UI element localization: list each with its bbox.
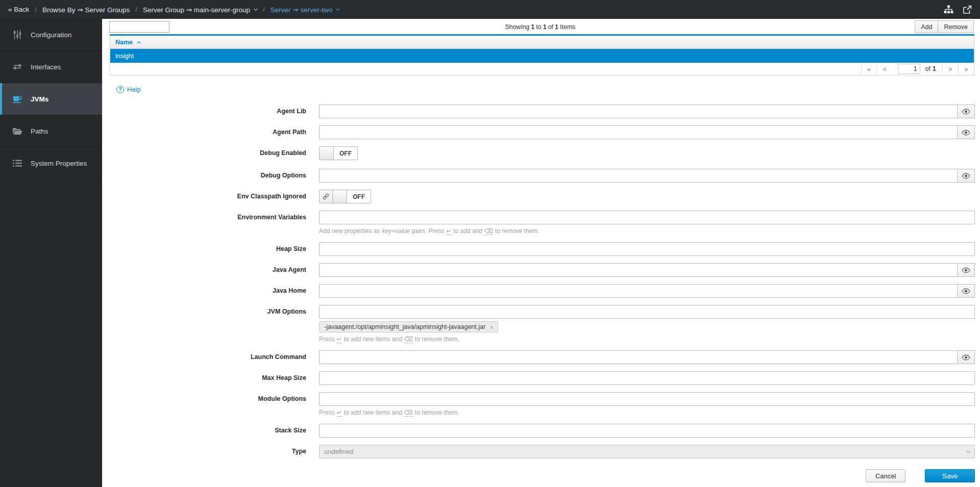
sliders-icon [12,30,23,39]
chevron-down-icon [966,449,970,453]
form-row-jvm-options: JVM Options -javaagent:/opt/apminsight_j… [102,305,975,343]
form-row-env-classpath-ignored: Env Classpath Ignored OFF [102,190,975,203]
breadcrumb-separator: / [263,6,265,13]
field-label: Agent Lib [102,105,319,115]
help-link[interactable]: ? Help [116,86,141,93]
breadcrumb-separator: / [35,6,37,13]
sidebar-item-paths[interactable]: Paths [0,115,102,147]
page-number-input[interactable] [898,64,920,74]
add-button[interactable]: Add [915,20,938,33]
eye-icon[interactable] [957,284,975,298]
java-agent-input[interactable] [319,263,957,277]
topnav-icons [944,5,972,14]
column-header-name[interactable]: Name [115,39,133,46]
main-content: Showing1to1of1Items Add Remove Name insi… [102,19,980,487]
eye-icon[interactable] [957,105,975,118]
breadcrumb-server[interactable]: Server ⇒ server-two [271,6,340,14]
enter-key-icon: ↵ [337,409,342,417]
save-button[interactable]: Save [925,469,975,482]
field-label: Stack Size [102,424,319,434]
remove-button[interactable]: Remove [938,20,974,33]
table-header-row: Name [110,36,974,49]
agent-path-input[interactable] [319,125,957,139]
debug-options-input[interactable] [319,169,957,183]
java-home-input[interactable] [319,284,957,298]
sidebar-item-system-properties[interactable]: System Properties [0,147,102,180]
table-actions: Add Remove [915,20,974,33]
breadcrumb-browse-by[interactable]: Browse By ⇒ Server Groups [42,6,130,14]
top-navigation-bar: « Back / Browse By ⇒ Server Groups / Ser… [0,0,980,19]
jvm-table: Name insight « < of1 > » [110,34,974,75]
field-helper-text: Press↵to add new items and⌫to remove the… [319,409,975,417]
cancel-button[interactable]: Cancel [866,469,905,482]
link-icon[interactable] [320,190,333,203]
type-select[interactable]: undefined [319,445,975,458]
heap-size-input[interactable] [319,242,975,256]
breadcrumb-server-group[interactable]: Server Group ⇒ main-server-group [143,6,257,14]
table-row[interactable]: insight [110,49,974,63]
field-label: Java Home [102,284,319,294]
toggle-state-label: OFF [334,147,357,160]
jvm-options-input[interactable] [319,305,975,319]
field-label: Launch Command [102,350,319,361]
topology-icon[interactable] [944,5,953,14]
tag-remove-icon[interactable]: x [490,324,493,330]
backspace-key-icon: ⌫ [484,227,493,235]
form-row-java-agent: Java Agent [102,263,975,277]
sidebar-item-label: JVMs [31,95,48,103]
chevron-down-icon [254,7,258,11]
env-classpath-ignored-toggle[interactable]: OFF [319,190,371,203]
form-row-stack-size: Stack Size [102,424,975,438]
max-heap-size-input[interactable] [319,371,975,385]
sidebar-item-jvms[interactable]: JVMs [0,83,102,115]
pagination-row: « < of1 > » [110,63,974,75]
sidebar-item-interfaces[interactable]: Interfaces [0,51,102,83]
breadcrumb-separator: / [135,6,137,13]
form-row-debug-options: Debug Options [102,169,975,183]
field-helper-text: Add new properties askey=valuepairs. Pre… [319,227,975,235]
chevron-down-icon [336,7,340,11]
sidebar-item-configuration[interactable]: Configuration [0,19,102,51]
last-page-button[interactable]: » [958,63,974,75]
eye-icon[interactable] [957,263,975,277]
first-page-button[interactable]: « [861,63,877,75]
field-label: Module Options [102,392,319,402]
eye-icon[interactable] [957,350,975,364]
jvm-option-tag: -javaagent:/opt/apminsight_java/apminsig… [319,321,498,332]
form-row-launch-command: Launch Command [102,350,975,364]
form-row-environment-variables: Environment Variables Add new properties… [102,211,975,235]
eye-icon[interactable] [957,125,975,139]
field-helper-text: Press↵to add new items and⌫to remove the… [319,336,975,343]
form-row-max-heap-size: Max Heap Size [102,371,975,385]
form-row-debug-enabled: Debug Enabled OFF [102,146,975,162]
environment-variables-input[interactable] [319,211,975,224]
field-label: Debug Enabled [102,146,319,157]
back-link[interactable]: « Back [8,6,29,13]
module-options-input[interactable] [319,392,975,406]
enter-key-icon: ↵ [337,336,342,343]
field-label: Heap Size [102,242,319,252]
eye-icon[interactable] [957,169,975,183]
launch-command-input[interactable] [319,350,957,364]
form-row-agent-lib: Agent Lib [102,105,975,118]
row-name-cell: insight [115,53,134,60]
sort-ascending-icon[interactable] [137,41,141,45]
field-label: JVM Options [102,305,319,315]
folder-open-icon [12,127,23,135]
external-link-icon[interactable] [963,5,972,14]
previous-page-button[interactable]: < [877,63,893,75]
sidebar: Configuration Interfaces JVMs Paths [0,19,102,487]
help-icon: ? [116,86,124,93]
field-label: Java Agent [102,263,319,273]
form-row-agent-path: Agent Path [102,125,975,139]
page-total-text: of1 [925,65,936,72]
agent-lib-input[interactable] [319,105,957,118]
stack-size-input[interactable] [319,424,975,438]
field-label: Env Classpath Ignored [102,190,319,200]
field-label: Type [102,445,319,455]
toggle-state-label: OFF [347,190,371,203]
debug-enabled-toggle[interactable]: OFF [319,146,358,160]
form-row-type: Type undefined [102,445,975,458]
next-page-button[interactable]: > [942,63,958,75]
coffee-cup-icon [12,95,23,104]
